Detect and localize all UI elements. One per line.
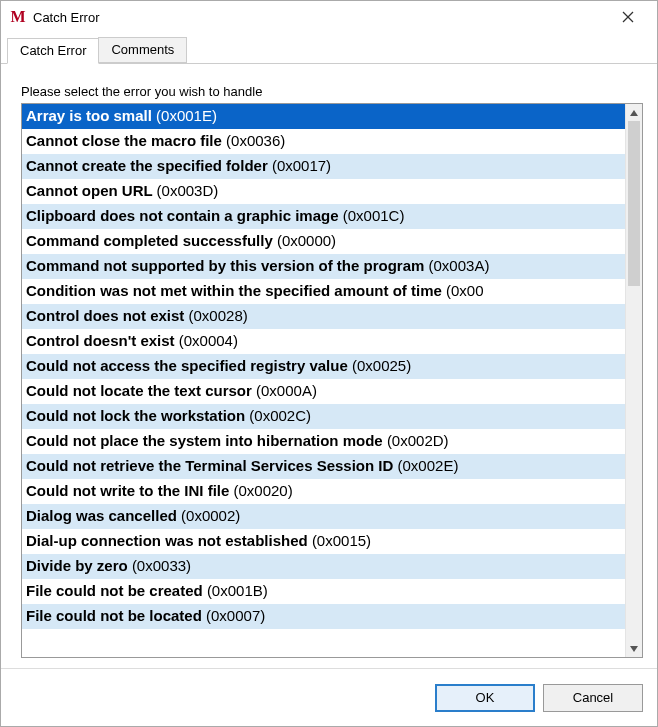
list-item[interactable]: Cannot open URL (0x003D): [22, 179, 625, 204]
error-code: (0x003A): [429, 257, 490, 274]
close-button[interactable]: [605, 2, 651, 32]
list-item[interactable]: Array is too small (0x001E): [22, 104, 625, 129]
error-code: (0x0002): [181, 507, 240, 524]
list-item[interactable]: Divide by zero (0x0033): [22, 554, 625, 579]
list-item[interactable]: Could not write to the INI file (0x0020): [22, 479, 625, 504]
error-code: (0x0015): [312, 532, 371, 549]
list-item[interactable]: Cannot close the macro file (0x0036): [22, 129, 625, 154]
error-code: (0x0025): [352, 357, 411, 374]
error-code: (0x002D): [387, 432, 449, 449]
error-code: (0x001C): [343, 207, 405, 224]
error-name: Divide by zero: [26, 557, 132, 574]
error-name: Could not write to the INI file: [26, 482, 234, 499]
error-name: Cannot create the specified folder: [26, 157, 272, 174]
error-name: Command not supported by this version of…: [26, 257, 429, 274]
scroll-down-arrow-icon[interactable]: [626, 640, 642, 657]
list-item[interactable]: Clipboard does not contain a graphic ima…: [22, 204, 625, 229]
error-code: (0x0000): [277, 232, 336, 249]
error-code: (0x0004): [179, 332, 238, 349]
list-item[interactable]: Could not access the specified registry …: [22, 354, 625, 379]
error-name: Array is too small: [26, 107, 156, 124]
error-code: (0x0033): [132, 557, 191, 574]
prompt-text: Please select the error you wish to hand…: [21, 84, 643, 99]
list-item[interactable]: Control does not exist (0x0028): [22, 304, 625, 329]
error-code: (0x0020): [234, 482, 293, 499]
error-code: (0x0036): [226, 132, 285, 149]
error-name: Control doesn't exist: [26, 332, 179, 349]
list-item[interactable]: Control doesn't exist (0x0004): [22, 329, 625, 354]
error-code: (0x002C): [249, 407, 311, 424]
error-name: Dial-up connection was not established: [26, 532, 312, 549]
list-item[interactable]: Dial-up connection was not established (…: [22, 529, 625, 554]
error-name: File could not be created: [26, 582, 207, 599]
titlebar: M Catch Error: [1, 1, 657, 33]
scroll-thumb[interactable]: [628, 121, 640, 286]
error-code: (0x00: [446, 282, 484, 299]
error-name: Command completed successfully: [26, 232, 277, 249]
error-name: Could not place the system into hibernat…: [26, 432, 387, 449]
list-item[interactable]: Condition was not met within the specifi…: [22, 279, 625, 304]
error-listbox[interactable]: Array is too small (0x001E)Cannot close …: [21, 103, 643, 658]
svg-marker-3: [630, 646, 638, 652]
error-code: (0x000A): [256, 382, 317, 399]
error-code: (0x001E): [156, 107, 217, 124]
list-item[interactable]: Could not locate the text cursor (0x000A…: [22, 379, 625, 404]
error-name: Control does not exist: [26, 307, 189, 324]
error-name: Dialog was cancelled: [26, 507, 181, 524]
error-name: Clipboard does not contain a graphic ima…: [26, 207, 343, 224]
error-name: Could not lock the workstation: [26, 407, 249, 424]
list-item[interactable]: File could not be located (0x0007): [22, 604, 625, 629]
list-item[interactable]: Could not lock the workstation (0x002C): [22, 404, 625, 429]
tab-comments[interactable]: Comments: [98, 37, 187, 63]
svg-marker-2: [630, 110, 638, 116]
list-item[interactable]: Command not supported by this version of…: [22, 254, 625, 279]
list-item[interactable]: Command completed successfully (0x0000): [22, 229, 625, 254]
window-title: Catch Error: [33, 10, 605, 25]
error-name: Could not retrieve the Terminal Services…: [26, 457, 398, 474]
error-code: (0x002E): [398, 457, 459, 474]
footer: OK Cancel: [1, 668, 657, 726]
error-code: (0x0017): [272, 157, 331, 174]
error-code: (0x001B): [207, 582, 268, 599]
close-icon: [622, 11, 634, 23]
cancel-button[interactable]: Cancel: [543, 684, 643, 712]
tab-catch-error[interactable]: Catch Error: [7, 38, 99, 64]
app-icon: M: [9, 8, 27, 26]
scroll-track[interactable]: [626, 121, 642, 640]
error-code: (0x003D): [157, 182, 219, 199]
tabbar: Catch ErrorComments: [1, 33, 657, 64]
list-item[interactable]: Could not place the system into hibernat…: [22, 429, 625, 454]
error-name: Cannot close the macro file: [26, 132, 226, 149]
list-item[interactable]: File could not be created (0x001B): [22, 579, 625, 604]
error-name: Cannot open URL: [26, 182, 157, 199]
list-item[interactable]: Dialog was cancelled (0x0002): [22, 504, 625, 529]
error-name: File could not be located: [26, 607, 206, 624]
list-item[interactable]: Cannot create the specified folder (0x00…: [22, 154, 625, 179]
error-name: Could not locate the text cursor: [26, 382, 256, 399]
error-code: (0x0007): [206, 607, 265, 624]
ok-button[interactable]: OK: [435, 684, 535, 712]
content-area: Please select the error you wish to hand…: [1, 64, 657, 668]
list-item[interactable]: Could not retrieve the Terminal Services…: [22, 454, 625, 479]
error-code: (0x0028): [189, 307, 248, 324]
scroll-up-arrow-icon[interactable]: [626, 104, 642, 121]
scrollbar[interactable]: [625, 104, 642, 657]
error-name: Condition was not met within the specifi…: [26, 282, 446, 299]
error-name: Could not access the specified registry …: [26, 357, 352, 374]
